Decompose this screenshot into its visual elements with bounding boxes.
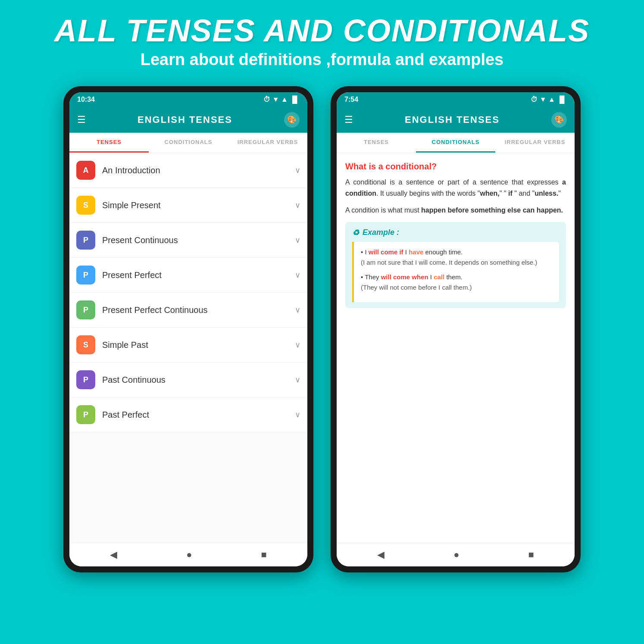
item-text-present-perfect-continuous: Present Perfect Continuous [102, 305, 295, 315]
item-text-simple-present: Simple Present [102, 200, 295, 210]
tab-irregular-left[interactable]: IRREGULAR VERBS [228, 133, 307, 153]
example-bullet-2: • They will come when I call them. (They… [361, 272, 554, 293]
app-title-left: ENGLISH TENSES [138, 114, 232, 125]
content-area-right: What is a conditional? A conditional is … [337, 153, 575, 543]
tabs-right: TENSES CONDITIONALS IRREGULAR VERBS [337, 133, 575, 153]
chevron-introduction: ∨ [295, 166, 300, 175]
phone-right: 7:54 ⏱ ▼ ▲ ▐▌ ☰ ENGLISH TENSES 🎨 TENSES … [331, 86, 581, 572]
badge-p-lgreen: P [76, 405, 95, 424]
time-right: 7:54 [344, 96, 358, 103]
tab-conditionals-left[interactable]: CONDITIONALS [149, 133, 228, 153]
conditional-question: What is a conditional? [345, 162, 566, 172]
list-item-present-continuous[interactable]: P Present Continuous ∨ [69, 223, 307, 258]
badge-s-orange: S [76, 335, 95, 354]
back-button-left[interactable]: ◀ [110, 549, 117, 560]
status-bar-right: 7:54 ⏱ ▼ ▲ ▐▌ [337, 92, 575, 107]
list-item-present-perfect[interactable]: P Present Perfect ∨ [69, 258, 307, 293]
tab-tenses-left[interactable]: TENSES [69, 133, 149, 153]
will-come-if: will come if [369, 248, 403, 256]
definition-paragraph-2: A condition is what must happen before s… [345, 205, 566, 216]
status-bar-left: 10:34 ⏱ ▼ ▲ ▐▌ [69, 92, 307, 107]
item-text-past-perfect: Past Perfect [102, 410, 295, 420]
list-item-simple-past[interactable]: S Simple Past ∨ [69, 328, 307, 363]
list-content-left: A An Introduction ∨ S Simple Present ∨ P… [69, 153, 307, 543]
header-area: ALL TENSES AND CONDITIONALS Learn about … [0, 0, 644, 78]
app-header-left: ☰ ENGLISH TENSES 🎨 [69, 107, 307, 133]
badge-p-purple: P [76, 370, 95, 389]
recent-button-right[interactable]: ■ [528, 549, 534, 560]
example-header: ♻ Example : [352, 228, 559, 238]
list-item-present-perfect-continuous[interactable]: P Present Perfect Continuous ∨ [69, 293, 307, 328]
recycle-icon: ♻ [352, 228, 359, 238]
badge-s-yellow: S [76, 196, 95, 215]
badge-p-lblue: P [76, 266, 95, 284]
badge-a: A [76, 161, 95, 180]
list-item-introduction[interactable]: A An Introduction ∨ [69, 153, 307, 188]
item-text-present-perfect: Present Perfect [102, 270, 295, 280]
chevron-present-perfect: ∨ [295, 270, 300, 280]
recent-button-left[interactable]: ■ [261, 549, 267, 560]
tabs-left: TENSES CONDITIONALS IRREGULAR VERBS [69, 133, 307, 153]
time-left: 10:34 [77, 96, 95, 103]
have: have [409, 248, 423, 256]
definition-paragraph-1: A conditional is a sentence or part of a… [345, 177, 566, 199]
tab-tenses-right[interactable]: TENSES [337, 133, 416, 153]
item-text-introduction: An Introduction [102, 166, 295, 175]
home-button-right[interactable]: ● [453, 549, 459, 560]
chevron-simple-present: ∨ [295, 200, 300, 210]
example-box: ♻ Example : • I will come if I have enou… [345, 222, 566, 308]
phone-left-inner: 10:34 ⏱ ▼ ▲ ▐▌ ☰ ENGLISH TENSES 🎨 TENSES… [69, 92, 307, 566]
chevron-present-continuous: ∨ [295, 235, 300, 245]
bottom-nav-left: ◀ ● ■ [69, 543, 307, 566]
tab-irregular-right[interactable]: IRREGULAR VERBS [495, 133, 575, 153]
chevron-present-perfect-continuous: ∨ [295, 305, 300, 315]
example-bullet-1: • I will come if I have enough time. (I … [361, 247, 554, 268]
item-text-present-continuous: Present Continuous [102, 235, 295, 245]
phone-left: 10:34 ⏱ ▼ ▲ ▐▌ ☰ ENGLISH TENSES 🎨 TENSES… [63, 86, 313, 572]
list-item-past-continuous[interactable]: P Past Continuous ∨ [69, 363, 307, 397]
phone-right-inner: 7:54 ⏱ ▼ ▲ ▐▌ ☰ ENGLISH TENSES 🎨 TENSES … [337, 92, 575, 566]
app-title-right: ENGLISH TENSES [405, 114, 500, 125]
list-item-past-perfect[interactable]: P Past Perfect ∨ [69, 397, 307, 432]
tab-conditionals-right[interactable]: CONDITIONALS [416, 133, 495, 153]
phones-container: 10:34 ⏱ ▼ ▲ ▐▌ ☰ ENGLISH TENSES 🎨 TENSES… [0, 78, 644, 581]
status-icons-left: ⏱ ▼ ▲ ▐▌ [263, 96, 300, 103]
bottom-nav-right: ◀ ● ■ [337, 543, 575, 566]
paren-2: (They will not come before I call them.) [361, 284, 472, 291]
home-button-left[interactable]: ● [186, 549, 192, 560]
chevron-past-perfect: ∨ [295, 410, 300, 419]
will-come-when: will come when [381, 273, 428, 281]
paren-1: (I am not sure that I will come. It depe… [361, 259, 537, 266]
status-icons-right: ⏱ ▼ ▲ ▐▌ [531, 96, 567, 103]
item-text-past-continuous: Past Continuous [102, 375, 295, 385]
palette-icon-right[interactable]: 🎨 [551, 112, 567, 128]
palette-icon-left[interactable]: 🎨 [284, 112, 300, 128]
example-label: Example : [363, 228, 399, 237]
item-text-simple-past: Simple Past [102, 340, 295, 350]
back-button-right[interactable]: ◀ [377, 549, 385, 560]
badge-p-blue: P [76, 231, 95, 250]
sub-title: Learn about definitions ,formula and exa… [9, 50, 635, 69]
list-item-simple-present[interactable]: S Simple Present ∨ [69, 188, 307, 223]
example-content: • I will come if I have enough time. (I … [352, 242, 559, 302]
main-title: ALL TENSES AND CONDITIONALS [9, 13, 635, 48]
menu-icon-left[interactable]: ☰ [77, 114, 86, 125]
chevron-past-continuous: ∨ [295, 375, 300, 385]
call: call [434, 273, 444, 281]
app-header-right: ☰ ENGLISH TENSES 🎨 [337, 107, 575, 133]
menu-icon-right[interactable]: ☰ [344, 114, 353, 125]
badge-p-green: P [76, 300, 95, 319]
chevron-simple-past: ∨ [295, 340, 300, 350]
